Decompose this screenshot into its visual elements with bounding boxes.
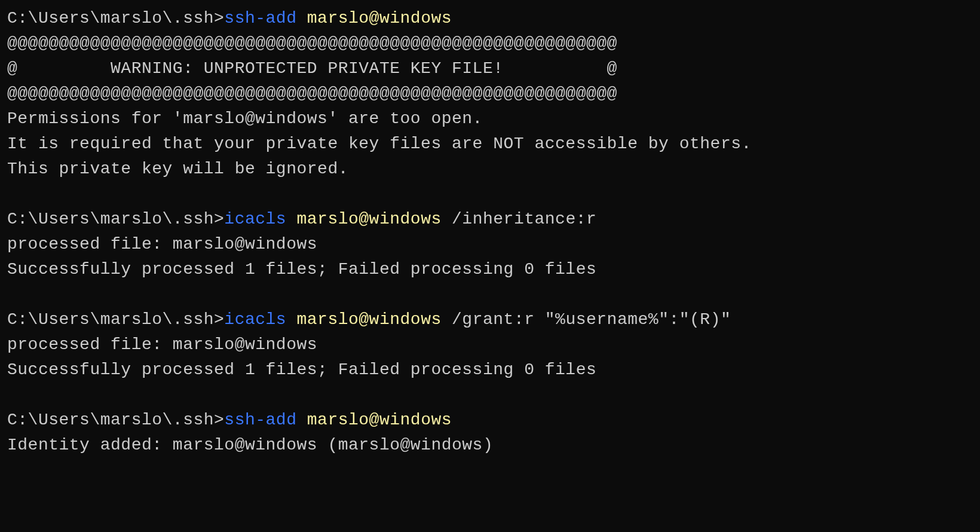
warning-message: @ WARNING: UNPROTECTED PRIVATE KEY FILE!… — [7, 56, 973, 81]
blank-line — [7, 182, 973, 207]
command-arg-file: marslo@windows — [297, 310, 442, 329]
command-arg-username: "%username%":"(R)" — [545, 310, 731, 329]
identity-added-message: Identity added: marslo@windows (marslo@w… — [7, 433, 973, 458]
ignored-message: This private key will be ignored. — [7, 157, 973, 182]
processed-file-message: processed file: marslo@windows — [7, 332, 973, 357]
processed-file-message: processed file: marslo@windows — [7, 232, 973, 257]
prompt-path: C:\Users\marslo\.ssh> — [7, 9, 224, 27]
success-message: Successfully processed 1 files; Failed p… — [7, 357, 973, 383]
command-line-4: C:\Users\marslo\.ssh>ssh-add marslo@wind… — [7, 408, 973, 433]
requirement-message: It is required that your private key fil… — [7, 132, 973, 157]
command-arg-grant: /grant:r — [452, 310, 534, 329]
command-arg-inheritance: /inheritance:r — [452, 210, 596, 228]
permissions-message: Permissions for 'marslo@windows' are too… — [7, 106, 973, 132]
command-ssh-add: ssh-add — [224, 411, 296, 429]
command-arg: marslo@windows — [307, 9, 452, 27]
prompt-path: C:\Users\marslo\.ssh> — [7, 210, 224, 228]
command-icacls: icacls — [224, 210, 286, 228]
command-icacls: icacls — [224, 310, 286, 329]
terminal-output[interactable]: C:\Users\marslo\.ssh>ssh-add marslo@wind… — [7, 6, 973, 458]
prompt-path: C:\Users\marslo\.ssh> — [7, 411, 224, 429]
command-line-2: C:\Users\marslo\.ssh>icacls marslo@windo… — [7, 207, 973, 232]
warning-border-top: @@@@@@@@@@@@@@@@@@@@@@@@@@@@@@@@@@@@@@@@… — [7, 31, 973, 56]
command-line-1: C:\Users\marslo\.ssh>ssh-add marslo@wind… — [7, 6, 973, 31]
warning-border-bottom: @@@@@@@@@@@@@@@@@@@@@@@@@@@@@@@@@@@@@@@@… — [7, 81, 973, 106]
blank-line — [7, 383, 973, 408]
blank-line — [7, 282, 973, 307]
command-arg: marslo@windows — [307, 411, 452, 429]
command-line-3: C:\Users\marslo\.ssh>icacls marslo@windo… — [7, 307, 973, 332]
prompt-path: C:\Users\marslo\.ssh> — [7, 310, 224, 329]
success-message: Successfully processed 1 files; Failed p… — [7, 257, 973, 282]
command-arg-file: marslo@windows — [297, 210, 442, 228]
command-ssh-add: ssh-add — [224, 9, 296, 27]
